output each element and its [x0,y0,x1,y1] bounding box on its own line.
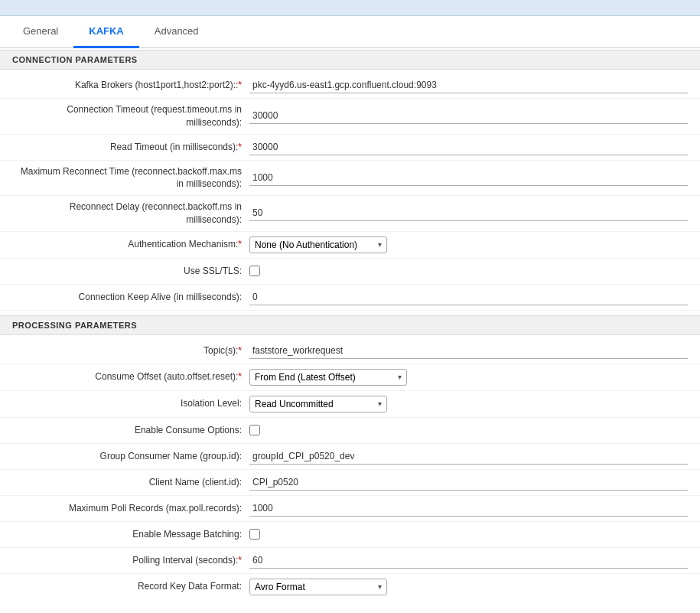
input-client-name[interactable] [249,474,688,491]
section-header-connection: CONNECTION PARAMETERS [0,50,700,70]
section-processing: PROCESSING PARAMETERSTopic(s):*Consume O… [0,315,700,600]
form-row-connection-timeout: Connection Timeout (request.timeout.ms i… [0,99,700,135]
select-wrapper-auth-mechanism[interactable]: None (No Authentication)SASL/PLAINSASL/S… [249,236,387,253]
form-row-max-reconnect-time: Maximum Reconnect Time (reconnect.backof… [0,161,700,197]
checkbox-enable-consume-options[interactable] [249,425,260,435]
select-auth-mechanism[interactable]: None (No Authentication)SASL/PLAINSASL/S… [255,240,382,250]
main-content: CONNECTION PARAMETERSKafka Brokers (host… [0,48,700,600]
input-read-timeout[interactable] [249,139,688,155]
select-isolation-level[interactable]: Read UncommittedRead Committed [255,399,382,409]
label-consume-offset: Consume Offset (auto.offset.reset):* [12,370,249,383]
checkbox-wrapper-enable-consume-options [249,425,688,435]
label-connection-timeout: Connection Timeout (request.timeout.ms i… [12,103,249,129]
form-row-max-poll-records: Maximum Poll Records (max.poll.records): [0,496,700,522]
form-row-enable-consume-options: Enable Consume Options: [0,418,700,444]
form-row-polling-interval: Polling Interval (seconds):* [0,548,700,574]
tabs-bar: General KAFKA Advanced [0,16,700,48]
input-keep-alive[interactable] [249,289,688,305]
select-consume-offset[interactable]: From End (Latest Offset)From Beginning (… [255,372,402,383]
label-group-consumer-name: Group Consumer Name (group.id): [12,450,249,463]
select-wrapper-record-key-data-format[interactable]: Avro FormatJSON FormatString FormatBinar… [249,579,387,595]
section-header-processing: PROCESSING PARAMETERS [0,315,700,335]
select-record-key-data-format[interactable]: Avro FormatJSON FormatString FormatBinar… [255,582,382,592]
checkbox-wrapper-use-ssl [249,266,688,276]
form-row-enable-message-batching: Enable Message Batching: [0,522,700,548]
form-row-reconnect-delay: Reconnect Delay (reconnect.backoff.ms in… [0,196,700,232]
label-reconnect-delay: Reconnect Delay (reconnect.backoff.ms in… [12,201,249,227]
checkbox-use-ssl[interactable] [249,266,260,276]
input-group-consumer-name[interactable] [249,448,688,465]
label-max-poll-records: Maximum Poll Records (max.poll.records): [12,502,249,515]
form-row-keep-alive: Connection Keep Alive (in milliseconds): [0,285,700,311]
label-isolation-level: Isolation Level: [12,397,249,410]
checkbox-wrapper-enable-message-batching [249,529,688,540]
select-wrapper-consume-offset[interactable]: From End (Latest Offset)From Beginning (… [249,369,407,386]
input-reconnect-delay[interactable] [249,205,688,221]
label-record-key-data-format: Record Key Data Format: [12,580,249,593]
label-enable-message-batching: Enable Message Batching: [12,528,249,541]
title-bar [0,0,700,16]
form-row-group-consumer-name: Group Consumer Name (group.id): [0,444,700,470]
tab-general[interactable]: General [8,16,73,48]
label-kafka-brokers: Kafka Brokers (host1port1,host2:port2)::… [12,79,249,92]
tab-advanced[interactable]: Advanced [139,16,214,48]
tab-kafka[interactable]: KAFKA [73,16,139,48]
label-polling-interval: Polling Interval (seconds):* [12,554,249,567]
label-max-reconnect-time: Maximum Reconnect Time (reconnect.backof… [12,165,249,191]
input-topics[interactable] [249,343,688,359]
label-use-ssl: Use SSL/TLS: [12,265,249,278]
checkbox-enable-message-batching[interactable] [249,529,260,540]
form-row-record-key-data-format: Record Key Data Format:Avro FormatJSON F… [0,574,700,600]
input-max-reconnect-time[interactable] [249,170,688,186]
form-row-read-timeout: Read Timeout (in milliseconds):* [0,135,700,161]
label-client-name: Client Name (client.id): [12,476,249,489]
input-polling-interval[interactable] [249,553,688,569]
form-row-topics: Topic(s):* [0,338,700,364]
input-connection-timeout[interactable] [249,108,688,124]
form-row-auth-mechanism: Authentication Mechanism:*None (No Authe… [0,232,700,259]
label-keep-alive: Connection Keep Alive (in milliseconds): [12,291,249,304]
input-kafka-brokers[interactable] [249,77,688,93]
form-row-isolation-level: Isolation Level:Read UncommittedRead Com… [0,391,700,418]
form-row-use-ssl: Use SSL/TLS: [0,259,700,285]
label-auth-mechanism: Authentication Mechanism:* [12,238,249,251]
form-row-client-name: Client Name (client.id): [0,470,700,496]
section-connection: CONNECTION PARAMETERSKafka Brokers (host… [0,50,700,314]
label-read-timeout: Read Timeout (in milliseconds):* [12,141,249,154]
form-row-kafka-brokers: Kafka Brokers (host1port1,host2:port2)::… [0,73,700,99]
input-max-poll-records[interactable] [249,501,688,517]
label-topics: Topic(s):* [12,344,249,357]
form-row-consume-offset: Consume Offset (auto.offset.reset):*From… [0,364,700,391]
label-enable-consume-options: Enable Consume Options: [12,424,249,437]
select-wrapper-isolation-level[interactable]: Read UncommittedRead Committed▾ [249,396,387,412]
